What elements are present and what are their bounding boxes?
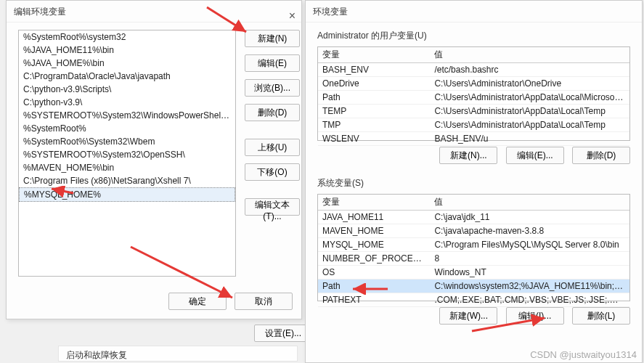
ok-button[interactable]: 确定 (168, 293, 227, 310)
list-item[interactable]: C:\python-v3.9\Scripts\ (19, 83, 235, 96)
table-row[interactable]: TEMPC:\Users\Administrator\AppData\Local… (318, 105, 629, 118)
list-item[interactable]: %JAVA_HOME%\bin (19, 57, 235, 70)
col-header-variable[interactable]: 变量 (318, 195, 430, 211)
browse-button[interactable]: 浏览(B)... (245, 79, 300, 97)
env-vars-dialog: 环境变量 Administrator 的用户变量(U) 变量 值 BASH_EN… (305, 0, 643, 363)
col-header-value[interactable]: 值 (430, 47, 629, 63)
dialog-titlebar: 环境变量 (306, 1, 642, 23)
table-row[interactable]: OSWindows_NT (318, 266, 629, 280)
table-row[interactable]: WSLENVBASH_ENV/u (318, 132, 629, 146)
close-icon[interactable]: × (289, 5, 295, 27)
table-row[interactable]: PATHEXT.COM;.EXE;.BAT;.CMD;.VBS;.VBE;.JS… (318, 293, 629, 307)
path-entries-list[interactable]: %SystemRoot%\system32 %JAVA_HOME11%\bin … (18, 30, 236, 277)
list-item[interactable]: %SYSTEMROOT%\System32\OpenSSH\ (19, 148, 235, 161)
list-item[interactable]: %SystemRoot%\System32\Wbem (19, 135, 235, 148)
table-row[interactable]: PathC:\Users\Administrator\AppData\Local… (318, 91, 629, 105)
table-row[interactable]: TMPC:\Users\Administrator\AppData\Local\… (318, 118, 629, 132)
list-item[interactable]: C:\ProgramData\Oracle\Java\javapath (19, 70, 235, 83)
dialog-titlebar: 编辑环境变量 × (7, 1, 301, 23)
col-header-variable[interactable]: 变量 (318, 47, 430, 63)
table-row[interactable]: OneDriveC:\Users\Administrator\OneDrive (318, 77, 629, 91)
dialog-title: 编辑环境变量 (14, 7, 66, 17)
edit-env-var-dialog: 编辑环境变量 × %SystemRoot%\system32 %JAVA_HOM… (6, 0, 302, 319)
cancel-button[interactable]: 取消 (235, 293, 293, 310)
table-row[interactable]: JAVA_HOME11C:\java\jdk_11 (318, 211, 629, 224)
sys-delete-button[interactable]: 删除(L) (572, 307, 630, 325)
col-header-value[interactable]: 值 (430, 195, 629, 211)
delete-button[interactable]: 删除(D) (245, 104, 300, 121)
new-button[interactable]: 新建(N) (245, 30, 300, 47)
list-item[interactable]: %SystemRoot%\system32 (19, 30, 235, 44)
watermark: CSDN @justwaityou1314 (530, 349, 637, 360)
list-item[interactable]: C:\Program Files (x86)\NetSarang\Xshell … (19, 174, 235, 187)
list-item[interactable]: %MAVEN_HOME%\bin (19, 161, 235, 174)
startup-recovery-section: 启动和故障恢复 (58, 346, 298, 362)
table-row[interactable]: MAVEN_HOMEC:\java\apache-maven-3.8.8 (318, 224, 629, 238)
sys-vars-heading: 系统变量(S) (317, 177, 630, 189)
edit-button[interactable]: 编辑(E) (245, 54, 300, 72)
user-edit-button[interactable]: 编辑(E)... (506, 147, 564, 164)
table-row[interactable]: PathC:\windows\system32;%JAVA_HOME11%\bi… (318, 280, 629, 293)
settings-button[interactable]: 设置(E)... (254, 325, 312, 342)
table-row[interactable]: BASH_ENV/etc/bash.bashrc (318, 63, 629, 77)
table-row[interactable]: NUMBER_OF_PROCESSORS8 (318, 252, 629, 266)
move-down-button[interactable]: 下移(O) (245, 163, 300, 181)
user-vars-heading: Administrator 的用户变量(U) (317, 30, 630, 42)
dialog-title: 环境变量 (313, 7, 348, 17)
edit-text-button[interactable]: 编辑文本(T)... (245, 198, 300, 216)
list-item[interactable]: %SYSTEMROOT%\System32\WindowsPowerShell\… (19, 109, 235, 122)
list-item[interactable]: C:\python-v3.9\ (19, 96, 235, 109)
sys-edit-button[interactable]: 编辑(I)... (506, 307, 564, 325)
sys-new-button[interactable]: 新建(W)... (439, 307, 497, 325)
list-item[interactable]: %MYSQL_HOME% (19, 187, 235, 202)
move-up-button[interactable]: 上移(U) (245, 139, 300, 156)
list-item[interactable]: %SystemRoot% (19, 122, 235, 135)
user-new-button[interactable]: 新建(N)... (439, 147, 497, 164)
user-delete-button[interactable]: 删除(D) (572, 147, 630, 164)
table-row[interactable]: MYSQL_HOMEC:\Program Files\MySQL\MySQL S… (318, 238, 629, 252)
sys-vars-table[interactable]: 变量 值 JAVA_HOME11C:\java\jdk_11 MAVEN_HOM… (317, 194, 630, 301)
list-item[interactable]: %JAVA_HOME11%\bin (19, 44, 235, 57)
user-vars-table[interactable]: 变量 值 BASH_ENV/etc/bash.bashrc OneDriveC:… (317, 46, 630, 141)
